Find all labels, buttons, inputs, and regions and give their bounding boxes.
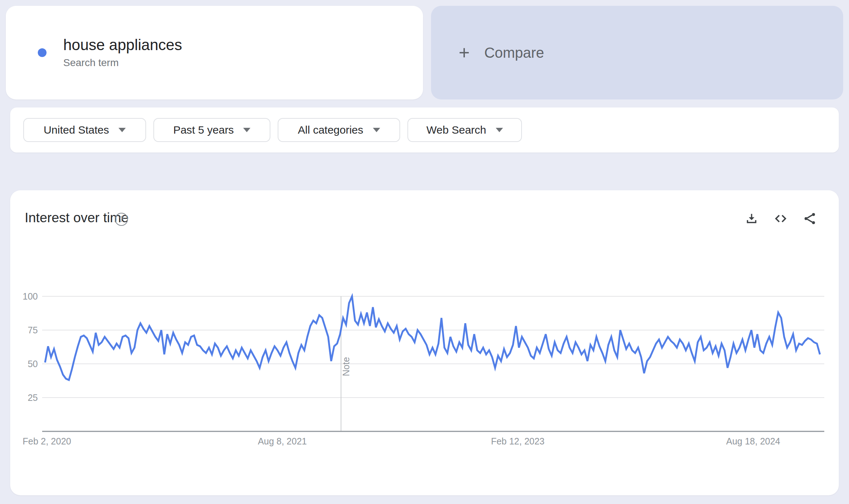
chevron-down-icon: [243, 128, 250, 132]
note-label: Note: [341, 357, 351, 376]
series-color-dot: [38, 48, 47, 57]
x-tick-label: Aug 8, 2021: [258, 436, 307, 446]
x-tick-label: Feb 2, 2020: [23, 436, 71, 446]
category-dropdown-label: All categories: [298, 124, 363, 136]
search-term-card[interactable]: house appliances Search term: [6, 6, 423, 99]
x-tick-label: Feb 12, 2023: [491, 436, 544, 446]
interest-over-time-card: Interest over time ? 255075100NoteFeb 2,…: [10, 190, 839, 495]
chevron-down-icon: [118, 128, 126, 132]
y-tick-label: 100: [23, 291, 38, 301]
time-range-dropdown-label: Past 5 years: [173, 124, 234, 136]
chevron-down-icon: [496, 128, 503, 132]
interest-line-chart[interactable]: 255075100NoteFeb 2, 2020Aug 8, 2021Feb 1…: [10, 190, 839, 495]
add-comparison-button[interactable]: + Compare: [431, 6, 843, 99]
chevron-down-icon: [373, 128, 380, 132]
term-text-block: house appliances Search term: [63, 36, 182, 69]
search-type-dropdown[interactable]: Web Search: [407, 118, 522, 142]
filter-bar: United States Past 5 years All categorie…: [10, 107, 839, 153]
y-tick-label: 25: [28, 393, 38, 403]
region-dropdown-label: United States: [44, 124, 109, 136]
time-range-dropdown[interactable]: Past 5 years: [153, 118, 270, 142]
search-term-title: house appliances: [63, 36, 182, 54]
search-term-type: Search term: [63, 57, 182, 69]
plus-icon: +: [459, 45, 470, 60]
compare-label: Compare: [484, 45, 544, 61]
x-tick-label: Aug 18, 2024: [726, 436, 780, 446]
region-dropdown[interactable]: United States: [23, 118, 146, 142]
y-tick-label: 75: [28, 325, 38, 335]
category-dropdown[interactable]: All categories: [278, 118, 400, 142]
trend-line-series[interactable]: [45, 296, 820, 380]
search-type-dropdown-label: Web Search: [426, 124, 486, 136]
y-tick-label: 50: [28, 359, 38, 369]
